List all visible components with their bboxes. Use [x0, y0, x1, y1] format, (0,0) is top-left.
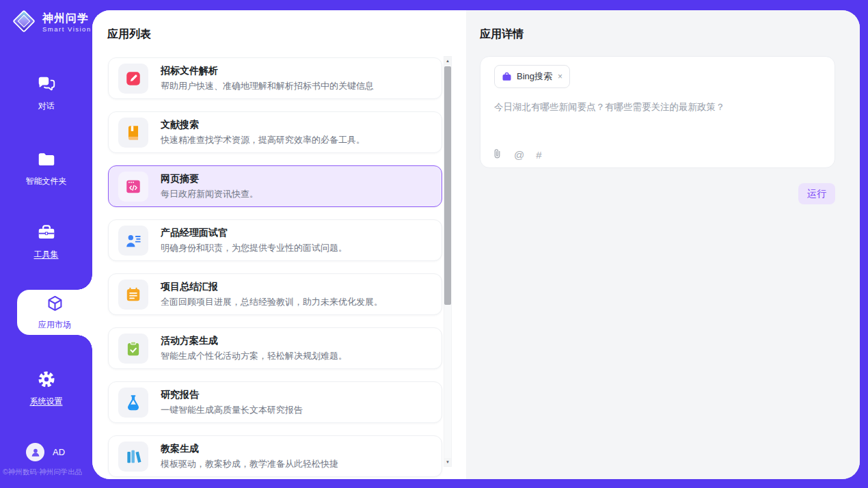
app-card-title: 研究报告 [161, 388, 303, 401]
app-list-pane: 应用列表 招标文件解析 帮助用户快速、准确地理解和解析招标书中的关键信息 [92, 10, 466, 479]
sidebar-item-chat[interactable]: 对话 [0, 74, 92, 112]
activity-plan-icon [124, 340, 142, 357]
literature-search-icon [124, 124, 142, 141]
app-card-bid-document[interactable]: 招标文件解析 帮助用户快速、准确地理解和解析招标书中的关键信息 [108, 57, 442, 99]
run-button[interactable]: 运行 [798, 183, 835, 204]
app-card-desc: 模板驱动，教案秒成，教学准备从此轻松快捷 [161, 458, 338, 470]
user-initials: AD [53, 447, 65, 457]
app-detail-pane: 应用详情 Bing搜索 × 今日湖北有哪些新闻要点？有哪些需要关注的最新政策？ … [466, 10, 860, 479]
app-detail-title: 应用详情 [480, 27, 524, 42]
app-card-title: 教案生成 [161, 442, 338, 455]
app-cards: 招标文件解析 帮助用户快速、准确地理解和解析招标书中的关键信息 文献搜索 快速精… [108, 57, 442, 477]
query-input[interactable]: 今日湖北有哪些新闻要点？有哪些需要关注的最新政策？ [494, 100, 815, 114]
app-card-desc: 一键智能生成高质量长文本研究报告 [161, 404, 303, 416]
app-card-desc: 智能生成个性化活动方案，轻松解决规划难题。 [161, 350, 347, 362]
app-card-desc: 每日政府新闻资讯快查。 [161, 188, 258, 200]
user-account[interactable]: AD [26, 443, 65, 461]
input-toolbar: @ # [492, 148, 542, 161]
sidebar: 神州问学 Smart Vision 对话 智能文件夹 [0, 0, 92, 488]
sidebar-item-label: 智能文件夹 [26, 176, 67, 187]
prompt-card: Bing搜索 × 今日湖北有哪些新闻要点？有哪些需要关注的最新政策？ @ # [480, 56, 835, 168]
paperclip-icon[interactable] [492, 148, 502, 161]
app-card-desc: 明确身份和职责，为您提供专业性的面试问题。 [161, 242, 347, 254]
tool-chip-bing-search[interactable]: Bing搜索 × [494, 65, 570, 88]
app-card-title: 项目总结汇报 [161, 280, 383, 293]
project-summary-icon [124, 286, 142, 303]
brand-subtitle: Smart Vision [42, 25, 92, 33]
hash-icon[interactable]: # [536, 150, 541, 160]
sidebar-item-label: 系统设置 [30, 396, 63, 407]
app-card-title: 产品经理面试官 [161, 226, 347, 239]
briefcase-icon [502, 72, 512, 82]
chat-icon [36, 74, 57, 97]
gem-logo-icon [11, 8, 37, 37]
interviewer-icon [124, 232, 142, 249]
bid-document-icon [124, 70, 142, 87]
main-panel: 应用列表 招标文件解析 帮助用户快速、准确地理解和解析招标书中的关键信息 [92, 10, 860, 479]
app-card-title: 招标文件解析 [161, 64, 374, 77]
lesson-plan-icon [124, 448, 142, 465]
app-card-literature-search[interactable]: 文献搜索 快速精准查找学术资源，提高研究效率的必备工具。 [108, 111, 442, 153]
app-list-scrollbar[interactable]: ▲ ▼ [444, 56, 452, 467]
avatar [26, 443, 44, 461]
app-card-research-report[interactable]: 研究报告 一键智能生成高质量长文本研究报告 [108, 381, 442, 423]
app-card-interviewer[interactable]: 产品经理面试官 明确身份和职责，为您提供专业性的面试问题。 [108, 219, 442, 261]
app-logo: 神州问学 Smart Vision [11, 8, 92, 37]
folder-icon [36, 149, 57, 172]
brand-name: 神州问学 [42, 12, 92, 25]
scroll-down-button[interactable]: ▼ [444, 458, 451, 466]
app-card-title: 文献搜索 [161, 118, 365, 131]
sidebar-item-label: 对话 [38, 100, 55, 112]
copyright-text: ©神州数码·神州问学出品 [3, 467, 92, 477]
app-card-desc: 快速精准查找学术资源，提高研究效率的必备工具。 [161, 134, 365, 146]
app-card-desc: 全面回顾项目进展，总结经验教训，助力未来优化发展。 [161, 296, 383, 308]
app-card-web-summary[interactable]: 网页摘要 每日政府新闻资讯快查。 [108, 165, 442, 207]
app-card-desc: 帮助用户快速、准确地理解和解析招标书中的关键信息 [161, 80, 374, 92]
scrollbar-thumb[interactable] [444, 66, 451, 305]
app-card-title: 活动方案生成 [161, 334, 347, 347]
app-list-title: 应用列表 [107, 27, 151, 42]
app-card-lesson-plan[interactable]: 教案生成 模板驱动，教案秒成，教学准备从此轻松快捷 [108, 435, 442, 477]
chip-close-icon[interactable]: × [558, 72, 562, 81]
sidebar-item-toolset[interactable]: 工具集 [0, 222, 92, 260]
tool-chip-label: Bing搜索 [517, 70, 552, 83]
gear-icon [36, 369, 57, 392]
sidebar-item-settings[interactable]: 系统设置 [0, 369, 92, 407]
web-summary-icon [124, 178, 142, 195]
cube-icon [45, 294, 65, 316]
toolbox-icon [36, 222, 57, 245]
app-card-title: 网页摘要 [161, 172, 258, 185]
app-card-project-summary[interactable]: 项目总结汇报 全面回顾项目进展，总结经验教训，助力未来优化发展。 [108, 273, 442, 315]
sidebar-item-label: 应用市场 [38, 319, 71, 331]
sidebar-item-smart-folder[interactable]: 智能文件夹 [0, 149, 92, 187]
mention-icon[interactable]: @ [514, 150, 524, 160]
scroll-up-button[interactable]: ▲ [444, 57, 451, 65]
app-card-activity-plan[interactable]: 活动方案生成 智能生成个性化活动方案，轻松解决规划难题。 [108, 327, 442, 369]
person-icon [30, 447, 41, 458]
research-report-icon [124, 394, 142, 411]
sidebar-item-label: 工具集 [34, 249, 59, 260]
sidebar-item-app-market[interactable]: 应用市场 [17, 290, 92, 335]
